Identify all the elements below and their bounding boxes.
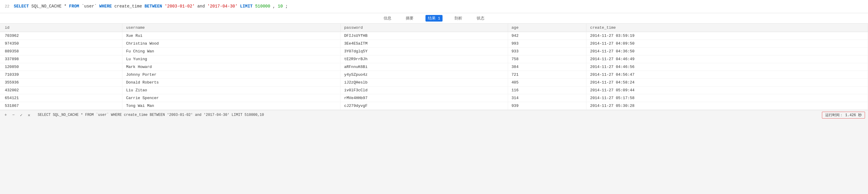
- table-row: 531867Tong Wai MancJ279dyvgF9392014-11-2…: [0, 102, 868, 110]
- results-table: id username password age create_time 703…: [0, 24, 868, 110]
- table-cell: aRFnnuK6Bi: [341, 63, 508, 71]
- sql-content: SELECT SQL_NO_CACHE * FROM `user` WHERE …: [14, 3, 288, 9]
- table-cell: rMVe4HHb97: [341, 94, 508, 102]
- sql-star: *: [64, 4, 66, 9]
- table-cell: Johnny Porter: [122, 71, 341, 78]
- tabs-row: 信息 摘要 结果 1 剖析 状态: [0, 13, 868, 24]
- table-header-row: id username password age create_time: [0, 24, 868, 32]
- table-cell: Lu Yuning: [122, 55, 341, 63]
- sql-editor: 22 SELECT SQL_NO_CACHE * FROM `user` WHE…: [0, 0, 868, 13]
- status-bar-left: + − ✓ ✕: [3, 112, 32, 118]
- confirm-button[interactable]: ✓: [19, 112, 24, 118]
- add-row-button[interactable]: +: [3, 112, 8, 118]
- table-cell: 939: [508, 102, 586, 110]
- table-cell: 2014-11-27 05:09:44: [586, 86, 868, 94]
- table-cell: 2014-11-27 05:17:58: [586, 94, 868, 102]
- run-time-label: 运行时间：: [825, 113, 843, 117]
- table-cell: 3Ee4ESaITM: [341, 39, 508, 47]
- sql-semicolon: ;: [285, 4, 288, 9]
- table-cell: 314: [508, 94, 586, 102]
- sql-no-cache: SQL_NO_CACHE: [31, 4, 64, 9]
- run-time-value: 1.426 秒: [845, 113, 862, 117]
- table-cell: 2014-11-27 05:30:28: [586, 102, 868, 110]
- sql-and: and: [197, 4, 207, 9]
- table-cell: 974350: [0, 39, 122, 47]
- line-number: 22: [5, 4, 12, 10]
- table-cell: DFIJsUYfHB: [341, 32, 508, 39]
- table-cell: 2014-11-27 04:36:50: [586, 47, 868, 55]
- table-row: 432002Liu Zitaoiv0lF3cCld1162014-11-27 0…: [0, 86, 868, 94]
- table-cell: 758: [508, 55, 586, 63]
- table-row: 654121Carrie SpencerrMVe4HHb973142014-11…: [0, 94, 868, 102]
- table-cell: 3Y07dglq5Y: [341, 47, 508, 55]
- table-cell: 355936: [0, 78, 122, 86]
- table-cell: Fu Ching Wan: [122, 47, 341, 55]
- table-cell: iv0lF3cCld: [341, 86, 508, 94]
- table-cell: 2014-11-27 04:46:49: [586, 55, 868, 63]
- table-cell: Mark Howard: [122, 63, 341, 71]
- table-row: 974350Christina Wood3Ee4ESaITM9932014-11…: [0, 39, 868, 47]
- table-row: 120850Mark HowardaRFnnuK6Bi3842014-11-27…: [0, 63, 868, 71]
- table-cell: cJ279dyvgF: [341, 102, 508, 110]
- sql-field: create_time: [114, 4, 145, 9]
- table-row: 710339Johnny Portery4ySZpuo4z7212014-11-…: [0, 71, 868, 78]
- table-cell: 889358: [0, 47, 122, 55]
- table-cell: Christina Wood: [122, 39, 341, 47]
- table-cell: Carrie Spencer: [122, 94, 341, 102]
- sql-comma: ,: [273, 4, 275, 9]
- table-cell: 116: [508, 86, 586, 94]
- results-table-container: id username password age create_time 703…: [0, 24, 868, 110]
- tab-summary[interactable]: 摘要: [403, 15, 416, 22]
- table-row: 355936Donald RobertsiJ2zQHeslb4052014-11…: [0, 78, 868, 86]
- table-cell: 384: [508, 63, 586, 71]
- sql-where: WHERE: [99, 4, 114, 9]
- table-cell: 654121: [0, 94, 122, 102]
- col-username: username: [122, 24, 341, 32]
- table-cell: 703962: [0, 32, 122, 39]
- tab-status[interactable]: 状态: [474, 15, 487, 22]
- table-row: 889358Fu Ching Wan3Y07dglq5Y9332014-11-2…: [0, 47, 868, 55]
- table-cell: 2014-11-27 03:59:19: [586, 32, 868, 39]
- table-cell: 2014-11-27 04:46:56: [586, 63, 868, 71]
- table-cell: Donald Roberts: [122, 78, 341, 86]
- col-create-time: create_time: [586, 24, 868, 32]
- sql-count: 10: [278, 4, 283, 9]
- table-cell: 942: [508, 32, 586, 39]
- status-sql-preview: SELECT SQL_NO_CACHE * FROM `user` WHERE …: [38, 113, 818, 117]
- tab-profiling[interactable]: 剖析: [452, 15, 465, 22]
- sql-table: `user`: [82, 4, 97, 9]
- remove-row-button[interactable]: −: [11, 112, 16, 118]
- table-cell: 120850: [0, 63, 122, 71]
- status-bar: + − ✓ ✕ SELECT SQL_NO_CACHE * FROM `user…: [0, 110, 868, 120]
- table-cell: 531867: [0, 102, 122, 110]
- col-password: password: [341, 24, 508, 32]
- table-cell: 710339: [0, 71, 122, 78]
- sql-offset: 510000: [255, 4, 270, 9]
- table-row: 337898Lu YuningtE2R9rrBJh7582014-11-27 0…: [0, 55, 868, 63]
- table-cell: Xue Rui: [122, 32, 341, 39]
- table-cell: 405: [508, 78, 586, 86]
- table-row: 703962Xue RuiDFIJsUYfHB9422014-11-27 03:…: [0, 32, 868, 39]
- sql-date1: '2003-01-02': [164, 4, 195, 9]
- sql-from: FROM: [69, 4, 82, 9]
- table-cell: 933: [508, 47, 586, 55]
- run-time-badge: 运行时间： 1.426 秒: [822, 112, 865, 118]
- table-cell: tE2R9rrBJh: [341, 55, 508, 63]
- table-cell: 2014-11-27 04:58:24: [586, 78, 868, 86]
- table-cell: Liu Zitao: [122, 86, 341, 94]
- table-cell: 993: [508, 39, 586, 47]
- tab-info[interactable]: 信息: [381, 15, 394, 22]
- table-cell: 2014-11-27 04:09:50: [586, 39, 868, 47]
- table-cell: Tong Wai Man: [122, 102, 341, 110]
- tab-results[interactable]: 结果 1: [426, 15, 443, 22]
- table-cell: y4ySZpuo4z: [341, 71, 508, 78]
- sql-select: SELECT: [14, 4, 29, 9]
- cancel-button[interactable]: ✕: [26, 112, 32, 118]
- table-cell: iJ2zQHeslb: [341, 78, 508, 86]
- table-cell: 337898: [0, 55, 122, 63]
- table-cell: 432002: [0, 86, 122, 94]
- table-cell: 721: [508, 71, 586, 78]
- col-age: age: [508, 24, 586, 32]
- sql-date2: '2017-04-30': [207, 4, 238, 9]
- col-id: id: [0, 24, 122, 32]
